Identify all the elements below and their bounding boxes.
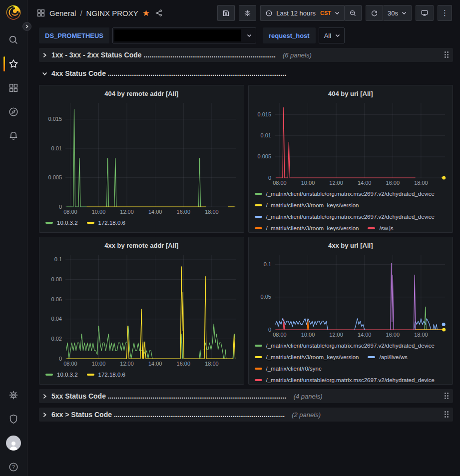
legend-item[interactable]: /_matrix/client/unstable/org.matrix.msc2… <box>255 191 435 197</box>
sidebar-item-search[interactable] <box>0 28 27 52</box>
save-dashboard-button[interactable] <box>217 5 235 21</box>
legend-item[interactable]: 172.18.0.6 <box>87 372 125 378</box>
svg-text:14:00: 14:00 <box>357 180 371 186</box>
legend-row: /_matrix/client/unstable/org.matrix.msc2… <box>253 188 449 199</box>
legend-row: /_matrix/client/unstable/org.matrix.msc2… <box>253 340 449 351</box>
row-title: 1xx - 3xx - 2xx Status Code ............… <box>51 51 276 59</box>
share-icon[interactable] <box>155 9 163 17</box>
panel-header: 4xx by remote addr [All] <box>43 240 240 251</box>
legend-swatch <box>368 356 375 358</box>
dashboard-canvas: DS_PROMETHEUS request_host All 1xx <box>27 26 460 422</box>
timeseries-chart[interactable]: 00.020.040.060.080.108:0010:0012:0014:00… <box>43 251 240 368</box>
grafana-logo-icon[interactable] <box>5 4 22 21</box>
variable-label-ds-prometheus: DS_PROMETHEUS <box>39 27 109 43</box>
legend-swatch <box>255 368 262 370</box>
svg-text:12:00: 12:00 <box>120 361 134 367</box>
row-drag-handle[interactable] <box>444 410 450 419</box>
legend-item[interactable]: /_matrix/client/v3/room_keys/version <box>255 354 359 360</box>
sidebar-item-explore[interactable] <box>0 100 27 124</box>
legend-row: /_matrix/client/r0/sync <box>253 363 449 374</box>
legend-swatch <box>255 193 262 195</box>
svg-text:0.01: 0.01 <box>260 132 271 138</box>
legend-label: 10.0.3.2 <box>57 220 78 226</box>
svg-text:16:00: 16:00 <box>177 209 191 215</box>
legend-item[interactable]: 172.18.0.6 <box>87 220 125 226</box>
row-header-6xx: 6xx > Status Code ......................… <box>39 408 453 422</box>
panel-header: 404 by uri [All] <box>253 88 449 99</box>
time-range-picker[interactable]: Last 12 hours CST <box>260 5 345 21</box>
breadcrumb-separator: / <box>80 9 82 17</box>
tv-mode-button[interactable] <box>416 5 434 21</box>
refresh-icon <box>371 9 378 17</box>
chevron-right-icon <box>42 412 47 418</box>
timeseries-chart[interactable]: 00.0050.010.01508:0010:0012:0014:0016:00… <box>43 99 240 216</box>
timeseries-plot[interactable]: 00.0050.010.01508:0010:0012:0014:0016:00… <box>43 99 240 216</box>
alerting-bell-icon <box>8 130 19 141</box>
variable-select-request-host[interactable]: All <box>319 27 345 43</box>
row-panel-count: (4 panels) <box>294 393 323 400</box>
legend-item[interactable]: /_matrix/client/unstable/org.matrix.msc2… <box>255 377 435 383</box>
variable-select-ds-prometheus[interactable] <box>112 27 256 43</box>
help-icon: ? <box>8 462 19 473</box>
sidebar-item-profile[interactable] <box>0 431 27 455</box>
favorite-star-icon[interactable]: ★ <box>142 9 150 17</box>
timeseries-plot[interactable]: 00.020.040.060.080.108:0010:0012:0014:00… <box>43 251 240 368</box>
timeseries-plot[interactable]: 00.050.108:0010:0012:0014:0016:0018:00 <box>253 251 449 339</box>
legend-item[interactable]: /_matrix/client/v3/room_keys/version <box>255 202 359 208</box>
legend-label: 172.18.0.6 <box>98 220 125 226</box>
sidebar-item-alerting[interactable] <box>0 124 27 148</box>
refresh-interval-picker[interactable]: 30s <box>383 5 412 21</box>
legend-item[interactable]: /api/live/ws <box>368 354 407 360</box>
svg-text:0.02: 0.02 <box>51 336 62 342</box>
panel-title[interactable]: 404 by remote addr [All] <box>104 90 178 97</box>
legend-item[interactable]: 10.0.3.2 <box>45 372 78 378</box>
legend-swatch <box>255 227 262 229</box>
person-icon <box>7 440 19 451</box>
gear-icon <box>8 390 19 401</box>
sidebar-item-starred[interactable] <box>0 52 27 76</box>
legend-item[interactable]: /_matrix/client/unstable/org.matrix.msc2… <box>255 214 435 220</box>
legend-label: /_matrix/client/unstable/org.matrix.msc2… <box>266 377 435 383</box>
svg-text:10:00: 10:00 <box>301 332 315 338</box>
timeseries-chart[interactable]: 00.050.108:0010:0012:0014:0016:0018:00 <box>253 251 449 339</box>
variable-label-request-host: request_host <box>263 27 316 43</box>
row-toggle-1xx-3xx-2xx[interactable]: 1xx - 3xx - 2xx Status Code ............… <box>42 51 276 59</box>
legend-item[interactable]: /_matrix/client/r0/sync <box>255 366 322 372</box>
timeseries-plot[interactable]: 00.0050.010.01508:0010:0012:0014:0016:00… <box>253 99 449 187</box>
panel-title[interactable]: 404 by uri [All] <box>328 90 373 97</box>
sidebar-expand-button[interactable] <box>22 22 31 31</box>
breadcrumb-section[interactable]: General <box>49 9 76 17</box>
legend-item[interactable]: 10.0.3.2 <box>45 220 78 226</box>
legend-item[interactable]: /sw.js <box>368 225 393 231</box>
legend-swatch <box>255 216 262 218</box>
refresh-button[interactable] <box>366 5 383 21</box>
sidebar-item-configuration[interactable] <box>0 383 27 407</box>
time-controls: Last 12 hours CST <box>260 5 362 21</box>
row-toggle-5xx[interactable]: 5xx Status Code ........................… <box>42 392 287 400</box>
zoom-out-button[interactable] <box>345 5 362 21</box>
sidebar-item-admin[interactable] <box>0 407 27 431</box>
dashboard-settings-button[interactable] <box>239 5 256 21</box>
svg-text:0.015: 0.015 <box>48 116 62 122</box>
panel-legend: /_matrix/client/unstable/org.matrix.msc2… <box>253 188 449 233</box>
row-panel-count: (6 panels) <box>283 51 312 59</box>
legend-row: /_matrix/client/unstable/org.matrix.msc2… <box>253 374 449 385</box>
chevron-right-icon <box>42 52 47 58</box>
row-toggle-4xx[interactable]: 4xx Status Code ........................… <box>42 69 287 77</box>
row-drag-handle[interactable] <box>444 50 450 59</box>
clock-icon <box>265 9 273 17</box>
legend-swatch <box>45 374 53 376</box>
sidebar-item-dashboards[interactable] <box>0 76 27 100</box>
svg-text:0.08: 0.08 <box>51 276 62 282</box>
sidebar-nav-top <box>0 28 27 148</box>
sidebar-item-help[interactable]: ? <box>0 455 27 476</box>
legend-item[interactable]: /_matrix/client/unstable/org.matrix.msc2… <box>255 343 435 349</box>
kebab-menu-button[interactable]: ⋮ <box>438 5 452 21</box>
row-drag-handle[interactable] <box>444 392 450 401</box>
legend-item[interactable]: /_matrix/client/v3/room_keys/version <box>255 225 359 231</box>
row-header-1xx-3xx-2xx: 1xx - 3xx - 2xx Status Code ............… <box>39 48 453 62</box>
timeseries-chart[interactable]: 00.0050.010.01508:0010:0012:0014:0016:00… <box>253 99 449 187</box>
panel-title[interactable]: 4xx by uri [All] <box>328 242 373 249</box>
panel-title[interactable]: 4xx by remote addr [All] <box>104 242 178 249</box>
row-toggle-6xx[interactable]: 6xx > Status Code ......................… <box>42 411 285 419</box>
